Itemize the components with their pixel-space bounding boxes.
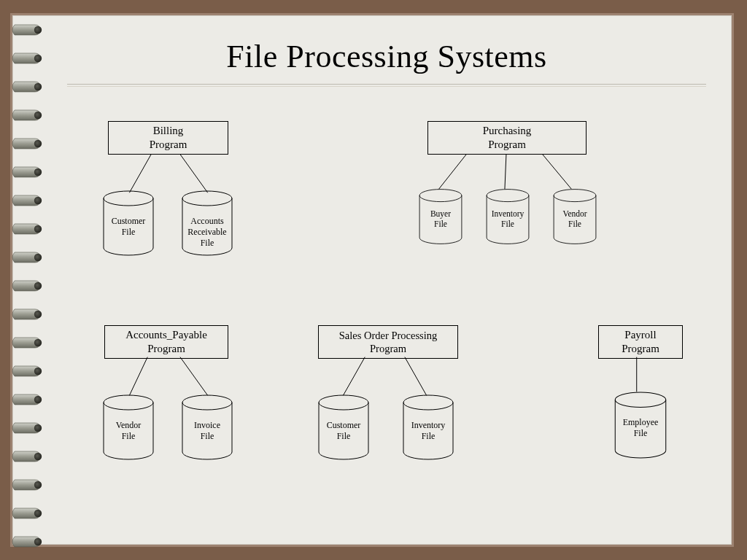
cylinder-employee-file: Employee File xyxy=(610,391,671,459)
svg-point-37 xyxy=(403,395,453,410)
diagram-area: Billing Program Customer File Accounts R… xyxy=(64,111,716,531)
svg-point-0 xyxy=(34,26,42,34)
group-purchasing: Purchasing Program xyxy=(427,121,587,155)
svg-line-23 xyxy=(543,155,572,190)
svg-line-21 xyxy=(439,155,467,190)
svg-point-17 xyxy=(34,510,42,517)
cylinders-purchasing: Buyer File Inventory File Vendor File xyxy=(416,187,600,246)
ring-icon xyxy=(10,534,44,550)
inner-frame: File Processing Systems xyxy=(10,13,734,547)
ring-icon xyxy=(10,192,44,209)
ring-icon xyxy=(10,392,44,408)
cylinder-accounts-receivable-file: Accounts Receivable File xyxy=(178,190,236,257)
cyl-label: Accounts Receivable File xyxy=(182,216,232,249)
slide: File Processing Systems xyxy=(13,16,731,544)
ring-icon xyxy=(10,221,44,237)
svg-point-10 xyxy=(34,311,42,318)
cylinder-vendor-file: Vendor File xyxy=(550,187,600,246)
outer-frame: File Processing Systems xyxy=(0,0,747,560)
svg-point-36 xyxy=(319,395,368,410)
svg-point-11 xyxy=(34,339,42,346)
ring-icon xyxy=(10,278,44,294)
cyl-label: Inventory File xyxy=(403,420,453,442)
svg-point-38 xyxy=(615,392,665,407)
svg-point-8 xyxy=(34,254,42,261)
svg-point-15 xyxy=(34,453,42,460)
cylinder-customer-file: Customer File xyxy=(99,190,158,257)
svg-point-2 xyxy=(34,83,42,90)
program-box-accounts-payable: Accounts_Payable Program xyxy=(104,325,228,359)
program-box-sales-order: Sales Order Processing Program xyxy=(318,325,458,359)
svg-point-14 xyxy=(34,424,42,432)
svg-point-4 xyxy=(34,140,42,147)
svg-point-16 xyxy=(34,481,42,489)
svg-point-12 xyxy=(34,368,42,375)
svg-line-22 xyxy=(505,155,506,190)
svg-line-27 xyxy=(405,357,427,396)
ring-icon xyxy=(10,306,44,322)
svg-point-6 xyxy=(34,197,42,204)
cylinder-buyer-file: Buyer File xyxy=(416,187,465,246)
group-payroll: Payroll Program xyxy=(598,325,683,359)
svg-line-20 xyxy=(180,155,208,193)
cylinder-customer-file-2: Customer File xyxy=(314,394,373,461)
group-accounts-payable: Accounts_Payable Program xyxy=(104,325,228,359)
ring-icon xyxy=(10,448,44,464)
svg-point-29 xyxy=(104,191,153,206)
program-box-payroll: Payroll Program xyxy=(598,325,683,359)
cyl-label: Employee File xyxy=(614,417,667,439)
group-billing: Billing Program xyxy=(108,121,228,155)
svg-point-31 xyxy=(419,190,462,202)
ring-icon xyxy=(10,79,44,95)
cyl-label: Buyer File xyxy=(420,209,461,230)
cyl-label: Vendor File xyxy=(104,420,153,442)
ring-icon xyxy=(10,420,44,436)
ring-icon xyxy=(10,164,44,180)
cylinders-accounts-payable: Vendor File Invoice File xyxy=(99,394,236,461)
svg-point-32 xyxy=(487,190,529,202)
svg-point-33 xyxy=(554,190,596,202)
svg-point-13 xyxy=(34,396,42,403)
svg-point-9 xyxy=(34,282,42,289)
cyl-label: Invoice File xyxy=(182,420,232,442)
title-divider-shadow xyxy=(67,86,706,87)
cyl-label: Customer File xyxy=(104,216,153,238)
cyl-label: Inventory File xyxy=(487,209,528,230)
program-box-purchasing: Purchasing Program xyxy=(427,121,587,155)
cylinders-billing: Customer File Accounts Receivable File xyxy=(99,190,236,257)
program-box-billing: Billing Program xyxy=(108,121,228,155)
cylinder-inventory-file-2: Inventory File xyxy=(399,394,457,461)
cylinder-vendor-file-2: Vendor File xyxy=(99,394,158,461)
svg-point-7 xyxy=(34,225,42,233)
slide-title: File Processing Systems xyxy=(64,38,709,75)
svg-line-24 xyxy=(129,357,147,396)
title-divider xyxy=(67,84,706,85)
svg-point-30 xyxy=(182,191,232,206)
svg-point-1 xyxy=(34,55,42,62)
ring-icon xyxy=(10,363,44,379)
cyl-label: Vendor File xyxy=(554,209,595,230)
svg-point-5 xyxy=(34,168,42,176)
cylinder-inventory-file: Inventory File xyxy=(483,187,533,246)
cylinders-payroll: Employee File xyxy=(610,391,671,459)
svg-point-35 xyxy=(182,395,232,410)
cylinders-sales-order: Customer File Inventory File xyxy=(314,394,457,461)
title-area: File Processing Systems xyxy=(64,38,709,87)
svg-point-34 xyxy=(104,395,153,410)
ring-icon xyxy=(10,136,44,152)
ring-icon xyxy=(10,335,44,351)
ring-icon xyxy=(10,477,44,493)
ring-icon xyxy=(10,22,44,38)
ring-icon xyxy=(10,50,44,66)
group-sales-order: Sales Order Processing Program xyxy=(318,325,458,359)
connectors-layer xyxy=(64,111,716,531)
ring-icon xyxy=(10,249,44,265)
cyl-label: Customer File xyxy=(319,420,368,442)
svg-line-19 xyxy=(129,155,151,193)
ring-icon xyxy=(10,107,44,123)
cylinder-invoice-file: Invoice File xyxy=(178,394,236,461)
svg-point-3 xyxy=(34,112,42,119)
svg-line-26 xyxy=(343,357,365,396)
ring-icon xyxy=(10,505,44,521)
svg-line-25 xyxy=(180,357,208,396)
